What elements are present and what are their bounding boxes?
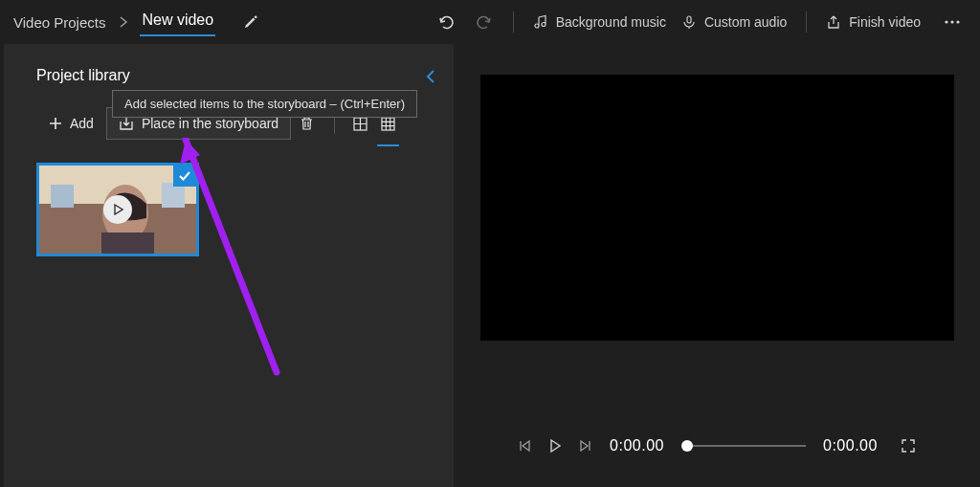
export-icon — [826, 14, 841, 30]
current-time: 0:00.00 — [610, 437, 664, 454]
plus-icon — [49, 117, 62, 130]
chevron-right-icon — [119, 16, 128, 28]
redo-icon — [467, 6, 500, 38]
background-music-button[interactable]: Background music — [527, 11, 672, 33]
video-preview[interactable] — [480, 75, 954, 341]
more-icon[interactable] — [936, 6, 969, 38]
undo-icon[interactable] — [431, 6, 463, 38]
collapse-panel-icon[interactable] — [425, 69, 436, 84]
timeline-slider[interactable] — [681, 445, 806, 447]
add-button[interactable]: Add — [36, 107, 106, 140]
custom-audio-label: Custom audio — [704, 14, 787, 30]
svg-rect-11 — [101, 232, 154, 254]
timeline-handle[interactable] — [681, 440, 693, 452]
selected-check-icon — [173, 166, 196, 187]
grid-3x3-icon — [381, 117, 395, 131]
total-time: 0:00.00 — [823, 437, 878, 454]
svg-point-3 — [956, 20, 959, 23]
transport-bar: 0:00.00 0:00.00 — [454, 437, 980, 454]
separator — [806, 11, 807, 33]
background-music-label: Background music — [556, 14, 666, 30]
svg-point-2 — [950, 20, 953, 23]
place-icon — [119, 116, 134, 131]
custom-audio-button[interactable]: Custom audio — [676, 11, 792, 33]
media-thumbnail[interactable] — [36, 163, 199, 256]
play-button[interactable] — [548, 438, 562, 454]
prev-frame-button[interactable] — [518, 439, 531, 453]
finish-video-button[interactable]: Finish video — [820, 11, 926, 33]
music-icon — [533, 14, 548, 30]
fullscreen-icon[interactable] — [901, 438, 916, 454]
separator — [513, 11, 514, 33]
finish-video-label: Finish video — [849, 14, 921, 30]
project-library-panel: Project library Add selected items to th… — [4, 44, 454, 487]
mic-icon — [681, 14, 697, 30]
trash-icon — [300, 116, 314, 131]
svg-point-1 — [945, 20, 947, 23]
breadcrumb: Video Projects New video — [11, 6, 267, 38]
breadcrumb-root[interactable]: Video Projects — [11, 11, 107, 34]
add-label: Add — [70, 116, 94, 131]
preview-pane: 0:00.00 0:00.00 — [454, 44, 980, 487]
svg-rect-0 — [687, 16, 691, 23]
next-frame-button[interactable] — [579, 439, 592, 453]
tooltip: Add selected items to the storyboard – (… — [112, 90, 417, 118]
place-label: Place in the storyboard — [142, 116, 278, 131]
svg-rect-8 — [51, 185, 74, 208]
pencil-icon[interactable] — [234, 6, 267, 38]
svg-rect-5 — [382, 118, 394, 130]
grid-2x2-icon — [353, 117, 368, 131]
play-overlay-icon[interactable] — [103, 195, 132, 224]
project-library-title: Project library — [36, 67, 434, 84]
breadcrumb-current[interactable]: New video — [140, 8, 215, 36]
